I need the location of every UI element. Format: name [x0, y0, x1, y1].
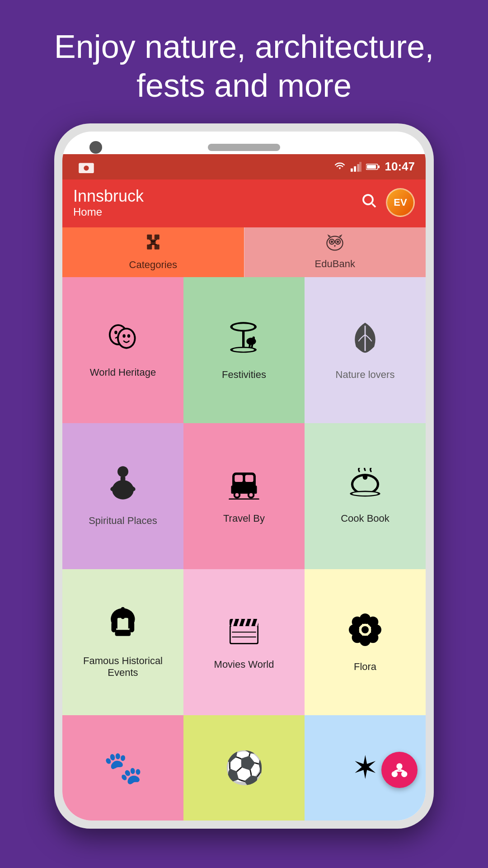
svg-rect-11 [147, 235, 152, 240]
svg-line-10 [372, 204, 376, 208]
cell-festivities[interactable]: Festivities [183, 277, 305, 423]
svg-point-34 [122, 334, 125, 338]
app-bar-actions: EV [361, 188, 415, 217]
movies-label: Movies World [214, 659, 274, 670]
star-icon: ✶ [352, 752, 379, 783]
svg-rect-40 [253, 336, 255, 342]
nature-lovers-label: Nature lovers [336, 369, 395, 381]
cell-cookbook[interactable]: Cook Book [305, 423, 426, 569]
cell-travel-by[interactable]: Travel By [183, 423, 305, 569]
svg-rect-58 [229, 498, 259, 500]
categories-icon [143, 233, 163, 257]
edubank-label: EduBank [315, 258, 355, 270]
phone-wrapper: 10:47 Innsbruck Home EV [54, 123, 434, 829]
svg-rect-5 [359, 162, 361, 172]
svg-point-62 [352, 492, 378, 495]
cell-nature-lovers[interactable]: Nature lovers [305, 277, 426, 423]
nature-lovers-icon [349, 320, 381, 362]
svg-marker-21 [328, 234, 331, 237]
tab-edubank[interactable]: EduBank [244, 227, 426, 277]
spiritual-icon [107, 466, 139, 508]
cell-historical[interactable]: Famous Historical Events [62, 569, 183, 715]
flora-label: Flora [354, 661, 376, 673]
svg-rect-12 [155, 235, 160, 240]
historical-label: Famous Historical Events [71, 655, 174, 679]
svg-point-57 [249, 493, 253, 497]
svg-rect-7 [367, 165, 376, 169]
hero-text: Enjoy nature, architecture, fests and mo… [0, 0, 488, 123]
categories-label: Categories [129, 259, 177, 271]
fab-button[interactable] [381, 752, 418, 788]
svg-rect-4 [357, 164, 359, 172]
svg-point-9 [363, 195, 373, 204]
svg-rect-65 [117, 618, 128, 630]
cell-flora[interactable]: Flora [305, 569, 426, 715]
cell-spiritual[interactable]: Spiritual Places [62, 423, 183, 569]
historical-icon [106, 606, 140, 648]
search-button[interactable] [361, 192, 377, 212]
svg-point-26 [337, 241, 339, 243]
cell-world-heritage[interactable]: World Heritage [62, 277, 183, 423]
cell-movies[interactable]: Movies World [183, 569, 305, 715]
spiritual-label: Spiritual Places [89, 515, 157, 527]
svg-point-38 [233, 324, 254, 330]
svg-point-35 [127, 334, 130, 338]
cookbook-label: Cook Book [341, 513, 389, 524]
tab-bar: Categories [62, 227, 426, 277]
svg-rect-69 [115, 630, 131, 636]
svg-point-44 [233, 348, 254, 351]
world-heritage-label: World Heritage [90, 367, 156, 378]
svg-point-33 [119, 330, 134, 347]
ball-icon: ⚽ [225, 752, 264, 783]
camera [89, 141, 102, 154]
svg-point-45 [117, 466, 128, 477]
svg-point-92 [401, 771, 407, 777]
svg-rect-49 [121, 476, 126, 481]
svg-marker-22 [339, 234, 343, 237]
svg-marker-27 [334, 245, 336, 247]
app-bar: Innsbruck Home EV [62, 179, 426, 227]
svg-point-90 [396, 763, 402, 769]
travel-icon [226, 468, 262, 505]
app-title-block: Innsbruck Home [73, 187, 144, 218]
svg-rect-15 [155, 245, 160, 250]
user-avatar[interactable]: EV [386, 188, 415, 217]
svg-rect-2 [351, 168, 353, 171]
svg-point-30 [114, 330, 117, 334]
festivities-icon [226, 320, 262, 362]
cell-row4-1[interactable]: 🐾 [62, 715, 183, 821]
wifi-icon [333, 162, 346, 172]
svg-rect-3 [354, 166, 356, 172]
edubank-icon [325, 234, 345, 256]
movies-icon [226, 614, 262, 651]
app-subtitle: Home [73, 206, 144, 218]
svg-rect-51 [235, 475, 243, 482]
cell-row4-2[interactable]: ⚽ [183, 715, 305, 821]
svg-rect-66 [121, 607, 124, 619]
tab-categories[interactable]: Categories [62, 227, 244, 277]
svg-point-1 [84, 165, 89, 170]
cookbook-icon [347, 468, 383, 505]
svg-rect-14 [147, 245, 152, 250]
app-name: Innsbruck [73, 187, 144, 206]
svg-point-89 [361, 626, 369, 633]
world-heritage-icon [105, 322, 141, 359]
svg-point-91 [392, 771, 398, 777]
signal-icon [351, 162, 361, 172]
grid-container: World Heritage [62, 277, 426, 821]
svg-point-56 [235, 493, 239, 497]
battery-icon [366, 163, 380, 171]
speaker [208, 144, 280, 151]
festivities-label: Festivities [222, 369, 266, 381]
flora-icon [347, 612, 383, 654]
phone-screen: 10:47 Innsbruck Home EV [62, 132, 426, 821]
svg-rect-63 [363, 474, 367, 480]
paw-icon: 🐾 [103, 752, 143, 783]
svg-point-25 [331, 241, 333, 243]
svg-point-20 [327, 236, 343, 250]
travel-label: Travel By [223, 513, 265, 524]
svg-rect-8 [378, 165, 380, 168]
svg-rect-71 [231, 626, 258, 643]
svg-rect-52 [245, 475, 253, 482]
